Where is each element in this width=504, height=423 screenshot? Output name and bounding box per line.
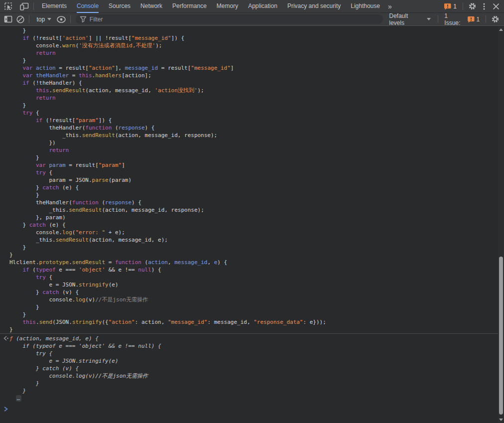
issues-bubble-icon — [444, 3, 451, 10]
vertical-scrollbar[interactable] — [498, 26, 504, 423]
code-line: } — [9, 57, 497, 64]
code-line: return — [9, 146, 497, 154]
issues-counter-toolbar[interactable]: 1 Issue: 1 — [444, 12, 480, 26]
code-line: } — [9, 303, 497, 311]
code-line: } catch (e) { — [9, 184, 497, 191]
kebab-menu-icon — [481, 2, 488, 10]
console-filter-box[interactable] — [76, 14, 383, 24]
toggle-device-toolbar-button[interactable] — [18, 1, 30, 12]
code-line: try { — [9, 109, 497, 117]
tab-console[interactable]: Console — [77, 0, 99, 13]
code-line: … — [9, 395, 497, 402]
code-line: _this.sendResult(action, message_id, res… — [9, 206, 497, 214]
divider — [70, 15, 71, 23]
code-line: var theHandler = this.handlers[action]; — [9, 72, 497, 79]
console-echo-code: } if (!result['action'] || !result["mess… — [0, 26, 504, 333]
tab-network[interactable]: Network — [140, 0, 162, 13]
clear-console-icon — [16, 15, 25, 24]
scrollbar-thumb[interactable] — [499, 257, 503, 415]
code-line: Hlclient.prototype.sendResult = function… — [9, 259, 497, 266]
code-line: this.sendResult(action, message_id, 'act… — [9, 87, 497, 94]
inspect-cursor-icon — [4, 2, 13, 11]
code-line: this.send(JSON.stringify({"action": acti… — [9, 318, 497, 326]
issues-label: 1 Issue: — [444, 12, 465, 26]
code-line: theHandler(function (response) { — [9, 199, 497, 206]
code-line: if (!result['action'] || !result["messag… — [9, 34, 497, 42]
code-line: if (typeof e === 'object' && e !== null)… — [9, 342, 497, 350]
code-line: } — [9, 244, 497, 251]
console-sidebar-icon — [4, 15, 12, 23]
code-line: }) — [9, 139, 497, 146]
console-prompt-row[interactable] — [0, 404, 504, 415]
console-output: } if (!result['action'] || !result["mess… — [0, 26, 504, 423]
console-result-row: ƒ (action, message_id, e) { if (typeof e… — [0, 333, 504, 402]
code-line: console.log("error: " + e); — [9, 229, 497, 236]
console-settings-button[interactable] — [489, 14, 501, 25]
issues-bubble-icon — [467, 16, 475, 23]
divider — [463, 2, 463, 10]
code-line: } catch (v) { — [9, 365, 497, 372]
context-label: top — [36, 16, 45, 23]
code-line: _this.sendResult(action, message_id, e); — [9, 236, 497, 244]
code-line: e = JSON.stringify(e) — [9, 281, 497, 288]
console-toolbar: top Default levels 1 Issue: — [0, 13, 504, 26]
device-toolbar-icon — [19, 2, 29, 11]
tab-lighthouse[interactable]: Lighthouse — [351, 0, 380, 13]
code-line: try { — [9, 169, 497, 176]
divider — [33, 2, 34, 10]
chevron-down-icon — [427, 18, 431, 20]
code-line: } — [9, 380, 497, 387]
code-line: ƒ (action, message_id, e) { — [9, 335, 497, 342]
clear-console-button[interactable] — [14, 14, 26, 25]
tab-performance[interactable]: Performance — [172, 0, 207, 13]
divider — [438, 15, 438, 23]
eye-icon — [56, 15, 66, 23]
divider — [29, 15, 29, 23]
gear-icon — [468, 2, 477, 10]
code-line: console.log(v)//不是json无需操作 — [9, 372, 497, 380]
close-icon — [493, 3, 500, 10]
scroll-down-arrow-icon[interactable] — [499, 419, 503, 421]
gear-icon — [491, 15, 500, 23]
tab-elements[interactable]: Elements — [42, 0, 67, 13]
code-line: return — [9, 94, 497, 102]
code-line: _this.sendResult(action, message_id, res… — [9, 132, 497, 139]
tab-memory[interactable]: Memory — [217, 0, 238, 13]
function-preview[interactable]: ƒ (action, message_id, e) { if (typeof e… — [9, 335, 497, 402]
code-line: e = JSON.stringify(e) — [9, 357, 497, 365]
code-line: console.warn('没有方法或者消息id,不处理'); — [9, 42, 497, 49]
devtools-tabbar: ElementsConsoleSourcesNetworkPerformance… — [0, 0, 504, 13]
code-line: if (typeof e === 'object' && e !== null)… — [9, 266, 497, 274]
code-line: try { — [9, 350, 497, 357]
code-line: } — [9, 251, 497, 259]
filter-funnel-icon — [80, 16, 87, 22]
issues-counter-button[interactable]: 1 — [444, 3, 457, 10]
code-line: var action = result["action"], message_i… — [9, 64, 497, 72]
return-value-arrow-icon — [2, 335, 9, 341]
code-line: }, param) — [9, 214, 497, 221]
scroll-up-arrow-icon[interactable] — [499, 28, 503, 31]
code-line: } — [9, 154, 497, 161]
show-console-sidebar-button[interactable] — [2, 14, 14, 25]
code-line: try { — [9, 274, 497, 281]
tab-sources[interactable]: Sources — [109, 0, 130, 13]
log-levels-selector[interactable]: Default levels — [389, 12, 431, 26]
tab-privacy-and-security[interactable]: Privacy and security — [287, 0, 341, 13]
code-line: var param = result["param"] — [9, 161, 497, 169]
more-tabs-button[interactable]: » — [388, 1, 392, 12]
code-line: if (!result["param"]) { — [9, 117, 497, 124]
code-line: theHandler(function (response) { — [9, 124, 497, 132]
levels-label: Default levels — [389, 12, 424, 26]
javascript-context-selector[interactable]: top — [36, 16, 51, 23]
tab-application[interactable]: Application — [248, 0, 277, 13]
code-line: } — [9, 191, 497, 199]
filter-input[interactable] — [90, 16, 359, 23]
code-line: } catch (e) { — [9, 221, 497, 229]
customize-devtools-button[interactable] — [478, 1, 490, 12]
inspect-element-button[interactable] — [2, 1, 14, 12]
chevron-down-icon — [47, 18, 51, 20]
settings-button[interactable] — [466, 1, 478, 12]
divider — [486, 15, 486, 23]
create-live-expression-button[interactable] — [55, 14, 67, 25]
close-devtools-button[interactable] — [490, 1, 502, 12]
